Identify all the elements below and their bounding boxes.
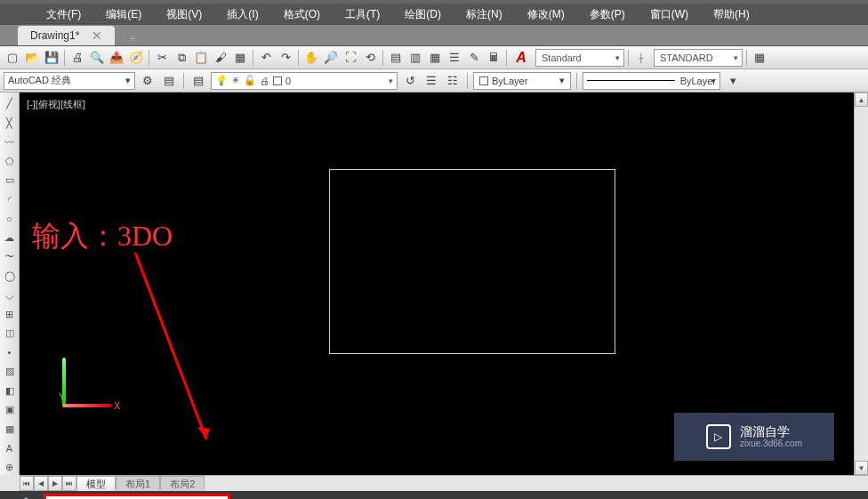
copy-icon[interactable]: ⧉ xyxy=(173,49,190,67)
color-swatch-icon xyxy=(273,76,282,85)
menu-window[interactable]: 窗口(W) xyxy=(647,5,692,24)
file-tabs: Drawing1* ✕ + xyxy=(0,25,868,46)
new-icon[interactable]: ▢ xyxy=(4,49,21,67)
menu-tools[interactable]: 工具(T) xyxy=(342,5,383,24)
bulb-icon: 💡 xyxy=(215,75,228,86)
menu-edit[interactable]: 编辑(E) xyxy=(102,5,145,24)
close-icon[interactable]: ✕ xyxy=(92,28,102,43)
axis-x-label: X xyxy=(114,400,120,411)
lock-icon: 🔓 xyxy=(244,75,256,86)
tab-title: Drawing1* xyxy=(30,29,79,42)
undo-icon[interactable]: ↶ xyxy=(257,49,275,67)
text-style-select[interactable]: Standard xyxy=(535,49,624,67)
menu-view[interactable]: 视图(V) xyxy=(163,5,205,24)
match-icon[interactable]: 🖌 xyxy=(212,49,229,67)
menu-insert[interactable]: 插入(I) xyxy=(223,5,261,24)
polygon-icon[interactable]: ⬠ xyxy=(2,154,18,170)
redo-icon[interactable]: ↷ xyxy=(277,49,294,67)
addsel-icon[interactable]: ⊕ xyxy=(2,460,18,476)
nav-prev-icon[interactable]: ◀ xyxy=(34,476,48,491)
menu-file[interactable]: 文件(F) xyxy=(43,5,84,24)
tab-layout2[interactable]: 布局2 xyxy=(160,476,205,491)
zoom-icon[interactable]: 🔎 xyxy=(322,49,340,67)
layer-iso-icon[interactable]: ☷ xyxy=(444,72,462,90)
calc-icon[interactable]: 🖩 xyxy=(485,49,502,67)
axis-y-label: Y xyxy=(59,391,65,402)
plot-layer-icon: 🖨 xyxy=(260,76,269,86)
line-icon[interactable]: ╱ xyxy=(2,96,18,112)
nav-first-icon[interactable]: ⏮ xyxy=(20,476,34,491)
workspace-select[interactable]: AutoCAD 经典▾ xyxy=(4,72,135,90)
svg-line-0 xyxy=(135,253,206,439)
region-icon[interactable]: ▣ xyxy=(2,402,18,418)
open-icon[interactable]: 📂 xyxy=(23,49,41,67)
layer-select[interactable]: 💡 ☀ 🔓 🖨 0 xyxy=(211,72,398,90)
menu-format[interactable]: 格式(O) xyxy=(280,5,324,24)
block-make-icon[interactable]: ◫ xyxy=(2,326,18,342)
revcloud-icon[interactable]: ☁ xyxy=(2,230,18,246)
gear-icon[interactable]: ⚙ xyxy=(139,72,157,90)
layer-state-icon[interactable]: ☰ xyxy=(422,72,440,90)
menu-draw[interactable]: 绘图(D) xyxy=(401,5,445,24)
toolpalette-icon[interactable]: ▦ xyxy=(426,49,444,67)
menu-param[interactable]: 参数(P) xyxy=(586,5,629,24)
menu-modify[interactable]: 修改(M) xyxy=(524,5,568,24)
linetype-select[interactable]: ByLayer xyxy=(583,72,720,90)
tab-layout1[interactable]: 布局1 xyxy=(116,476,160,491)
menu-help[interactable]: 帮助(H) xyxy=(710,5,753,24)
insert-icon[interactable]: ⊞ xyxy=(2,307,18,323)
annotation-text: 输入：3DO xyxy=(32,217,173,256)
nav-last-icon[interactable]: ⏭ xyxy=(62,476,76,491)
publish-icon[interactable]: 📤 xyxy=(108,49,125,67)
ellipsearc-icon[interactable]: ◡ xyxy=(2,287,18,303)
scrollbar-vertical[interactable]: ▲ ▼ xyxy=(854,93,868,475)
print-icon[interactable]: 🖨 xyxy=(68,49,86,67)
file-tab[interactable]: Drawing1* ✕ xyxy=(18,26,115,45)
block-icon[interactable]: ▦ xyxy=(231,49,249,67)
arc-icon[interactable]: ◜ xyxy=(2,192,18,208)
command-input[interactable]: ⊕ ▾ 3DORBIT xyxy=(44,494,230,499)
watermark-url: zixue.3d66.com xyxy=(740,439,802,449)
layer-prev-icon[interactable]: ↺ xyxy=(401,72,419,90)
workspace-toolbar: AutoCAD 经典▾ ⚙ ▤ ▤ 💡 ☀ 🔓 🖨 0 ↺ ☰ ☷ ByLaye… xyxy=(0,69,868,93)
scroll-up-icon[interactable]: ▲ xyxy=(855,93,868,107)
zoom-prev-icon[interactable]: ⟲ xyxy=(361,49,379,67)
table-style-icon[interactable]: ▦ xyxy=(751,49,768,67)
preview-icon[interactable]: 🔍 xyxy=(88,49,106,67)
circle-icon[interactable]: ○ xyxy=(2,211,18,227)
rectangle-icon[interactable]: ▭ xyxy=(2,173,18,189)
dim-style-icon[interactable]: ⟊ xyxy=(632,49,650,67)
xline-icon[interactable]: ╳ xyxy=(2,116,18,132)
linetype-more-icon[interactable]: ▾ xyxy=(724,72,742,90)
save-icon[interactable]: 💾 xyxy=(43,49,60,67)
polyline-icon[interactable]: 〰 xyxy=(2,134,18,150)
nav-next-icon[interactable]: ▶ xyxy=(48,476,62,491)
ellipse-icon[interactable]: ◯ xyxy=(2,269,18,285)
zoom-window-icon[interactable]: ⛶ xyxy=(342,49,359,67)
gradient-icon[interactable]: ◧ xyxy=(2,383,18,399)
markup-icon[interactable]: ✎ xyxy=(465,49,483,67)
plot-icon[interactable]: 🧭 xyxy=(127,49,145,67)
dim-style-select[interactable]: STANDARD xyxy=(654,49,743,67)
viewport-label[interactable]: [-][俯视][线框] xyxy=(27,98,85,111)
play-icon: ▷ xyxy=(706,424,731,449)
table-icon[interactable]: ▦ xyxy=(2,422,18,438)
hatch-icon[interactable]: ▨ xyxy=(2,364,18,380)
mtext-icon[interactable]: A xyxy=(2,440,18,456)
layer-manager-icon[interactable]: ▤ xyxy=(189,72,207,90)
sheetset-icon[interactable]: ☰ xyxy=(446,49,463,67)
color-select[interactable]: ByLayer ▾ xyxy=(473,72,571,90)
menu-annotate[interactable]: 标注(N) xyxy=(462,5,506,24)
ws-save-icon[interactable]: ▤ xyxy=(160,72,178,90)
add-tab-icon[interactable]: + xyxy=(122,31,143,45)
pan-icon[interactable]: ✋ xyxy=(302,49,320,67)
paste-icon[interactable]: 📋 xyxy=(192,49,210,67)
point-icon[interactable]: • xyxy=(2,345,18,361)
designcenter-icon[interactable]: ▥ xyxy=(406,49,424,67)
spline-icon[interactable]: 〜 xyxy=(2,249,18,265)
cut-icon[interactable]: ✂ xyxy=(153,49,171,67)
tab-model[interactable]: 模型 xyxy=(76,476,116,491)
props-icon[interactable]: ▤ xyxy=(387,49,405,67)
text-style-icon[interactable]: A xyxy=(510,49,532,67)
scroll-down-icon[interactable]: ▼ xyxy=(855,461,868,475)
